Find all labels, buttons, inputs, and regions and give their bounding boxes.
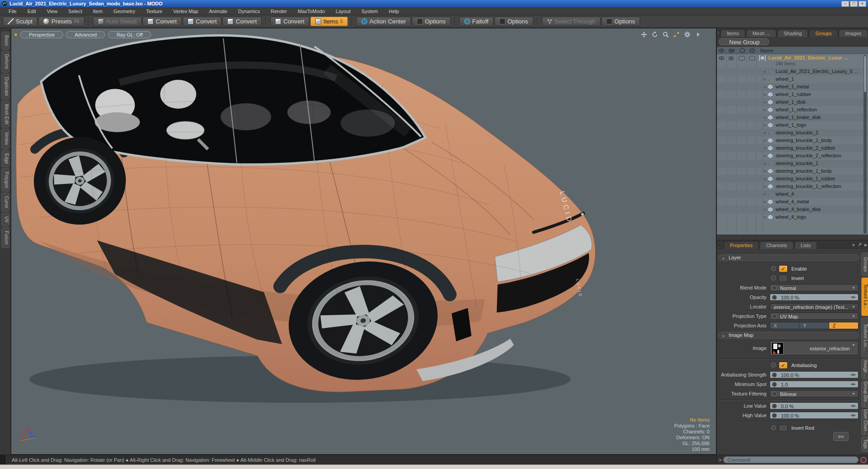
menu-item[interactable]: File (4, 8, 22, 15)
viewport-3d[interactable]: LUCID LUCID (11, 28, 716, 455)
toggle-box[interactable] (739, 56, 745, 60)
menu-item[interactable]: Texture (141, 8, 167, 15)
side-tab[interactable]: Texture Loc... (861, 317, 868, 357)
toolbar-button[interactable]: Auto Select (93, 17, 142, 26)
render-camera-icon[interactable] (729, 48, 734, 53)
title-bar[interactable]: Lucid_Air_2021_Electric_Luxury_Sedan_mod… (0, 0, 868, 7)
viewport-control-button[interactable]: Advanced (66, 31, 105, 38)
scrollbar-thumb[interactable] (864, 56, 866, 92)
panel-corner-widget[interactable] (718, 31, 719, 35)
tree-item[interactable]: wheel_1_rubber (717, 91, 868, 98)
tree-item[interactable]: wheel_4 (717, 190, 868, 198)
new-group-button[interactable]: New Group (719, 38, 769, 45)
menu-item[interactable]: View (42, 8, 63, 15)
toolbar-button[interactable]: Options (412, 17, 451, 26)
toolbar-button[interactable]: Falloff (459, 17, 494, 26)
minimize-button[interactable]: – (841, 1, 849, 7)
invert-red-checkbox[interactable] (779, 424, 788, 432)
ghost-cube-icon[interactable] (749, 48, 755, 53)
tree-item[interactable]: steering_knuckle_1 (717, 160, 868, 167)
maximize-button[interactable]: □ (850, 1, 858, 7)
channel-dot[interactable] (771, 266, 776, 271)
toolbar-button[interactable]: Options (494, 17, 533, 26)
visibility-eye-icon[interactable] (719, 48, 725, 53)
channel-dot[interactable] (771, 276, 776, 280)
axis-x-button[interactable]: X (770, 322, 799, 329)
side-tab[interactable]: Texture La... (861, 277, 868, 316)
menu-item[interactable]: Select (63, 8, 87, 15)
menu-item[interactable]: Animate (204, 8, 232, 15)
panel-tab[interactable]: Images (839, 29, 868, 37)
tree-item[interactable]: wheel_1_metal (717, 83, 868, 91)
toolbar-button[interactable]: Options (601, 17, 640, 26)
menu-item[interactable]: Geometry (108, 8, 140, 15)
left-tab[interactable]: Deform (1, 51, 9, 73)
tree-item[interactable]: wheel_1 (717, 75, 868, 83)
maximize-icon[interactable] (673, 31, 680, 38)
layer-section-header[interactable]: Layer (718, 254, 859, 261)
toolbar-button[interactable]: PresetsF6 (38, 17, 84, 26)
panel-tab[interactable]: Mesh ... (746, 29, 776, 37)
left-tab[interactable]: Polygon (1, 168, 9, 192)
image-dropdown[interactable]: exterior_refraction ▼ (770, 341, 859, 355)
locator-dropdown[interactable]: exterior_refraction (Image) (Text...▼ (770, 303, 859, 310)
left-tab[interactable]: Mesh Edit (1, 101, 9, 128)
record-macro-icon[interactable] (860, 457, 867, 463)
expand-arrow-icon[interactable] (695, 31, 702, 38)
tree-item[interactable]: steering_knuckle_2_body (717, 137, 868, 144)
projection-type-dropdown[interactable]: UV Map▼ (770, 313, 859, 320)
tree-item[interactable]: wheel_4_brake_disk (717, 206, 868, 213)
side-tab[interactable]: Group Dis ... (861, 381, 868, 408)
tree-item[interactable]: steering_knuckle_2 (717, 129, 868, 137)
toolbar-button[interactable]: Action Center (356, 17, 411, 26)
texture-filtering-dropdown[interactable]: Bilinear▼ (770, 390, 859, 397)
axis-z-button[interactable]: Z (829, 322, 858, 329)
settings-gear-icon[interactable] (684, 31, 691, 38)
enable-checkbox[interactable]: ✓ (779, 265, 788, 272)
left-tab[interactable]: Duplicate (1, 74, 9, 100)
menu-item[interactable]: Vertex Map (168, 8, 203, 15)
menu-item[interactable]: MaxToModo (293, 8, 330, 15)
aa-strength-field[interactable]: 100.0 %◀▶ (770, 371, 859, 378)
opacity-field[interactable]: 100.0 %◀▶ (770, 294, 859, 301)
tree-item[interactable]: steering_knuckle_2_rubber (717, 144, 868, 152)
car-model-canvas[interactable]: LUCID LUCID (11, 28, 716, 455)
channel-dot[interactable] (771, 425, 776, 430)
more-options-button[interactable]: >> (833, 432, 849, 441)
tree-item[interactable]: steering_knuckle_1_rubber (717, 175, 868, 183)
low-value-field[interactable]: 0.0 %◀▶ (770, 402, 859, 409)
tree-scrollbar[interactable] (863, 55, 867, 234)
zoom-icon[interactable] (662, 31, 669, 38)
tree-item[interactable]: wheel_1_brake_disk (717, 114, 868, 121)
toolbar-button[interactable]: Convert (222, 17, 262, 26)
blend-mode-dropdown[interactable]: Normal▼ (770, 284, 859, 291)
visibility-eye-icon[interactable] (719, 55, 725, 61)
left-tab[interactable]: Vertex (1, 129, 9, 148)
side-tab[interactable]: User Chan ... (861, 409, 868, 435)
add-tab-icon[interactable]: + (852, 242, 854, 248)
toolbar-button[interactable]: Convert (270, 17, 309, 26)
panel-tab[interactable]: Lists (794, 241, 817, 249)
tree-item[interactable]: steering_knuckle_1_body (717, 167, 868, 175)
left-tab[interactable]: Edge (1, 150, 9, 167)
pan-icon[interactable] (641, 31, 647, 38)
viewport-control-button[interactable]: Perspective (20, 31, 63, 38)
toolbar-button[interactable]: Sculpt (3, 17, 37, 26)
image-map-section-header[interactable]: Image Map (718, 332, 859, 339)
toolbar-button[interactable]: Items5 (310, 17, 348, 26)
antialiasing-checkbox[interactable]: ✓ (779, 362, 788, 369)
menu-item[interactable]: System (356, 8, 383, 15)
tree-item[interactable]: wheel_1_logo (717, 121, 868, 129)
menu-item[interactable]: Layout (331, 8, 356, 15)
toolbar-button[interactable]: Select Through (542, 17, 600, 26)
panel-tab[interactable]: Shading (777, 29, 808, 37)
panel-tab[interactable]: Channels (760, 241, 793, 249)
side-tab[interactable]: Image ... (861, 359, 868, 379)
panel-corner-widget[interactable] (718, 243, 722, 247)
tree-item[interactable]: steering_knuckle_1_reflection (717, 183, 868, 190)
minimum-spot-field[interactable]: 1.0◀▶ (770, 381, 859, 388)
high-value-field[interactable]: 100.0 %◀▶ (770, 412, 859, 419)
lock-cube-icon[interactable] (739, 48, 745, 53)
left-tab[interactable]: UV (1, 213, 9, 226)
close-button[interactable]: × (859, 1, 866, 7)
